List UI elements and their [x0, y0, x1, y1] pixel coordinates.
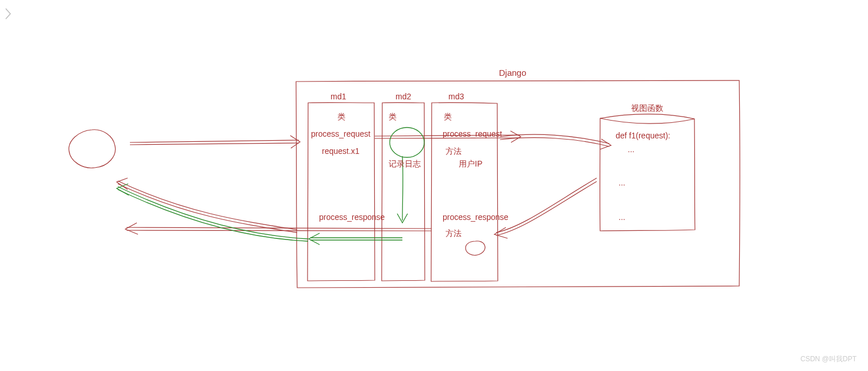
view-line2: ...: [628, 145, 635, 154]
md3-title: md3: [448, 92, 464, 101]
md3-method: 方法: [445, 146, 462, 157]
md1-request-attr: request.x1: [322, 146, 359, 156]
view-title: 视图函数: [631, 103, 663, 114]
md1-title: md1: [331, 92, 346, 101]
view-line3: ...: [619, 178, 625, 187]
view-line4: ...: [619, 212, 625, 222]
md2-title: md2: [395, 92, 411, 101]
md3-userip: 用户IP: [459, 159, 482, 169]
md1-process-response: process_response: [319, 212, 385, 222]
md2-log: 记录日志: [389, 159, 421, 169]
watermark: CSDN @叫我DPT: [800, 354, 857, 364]
md3-process-response: process_response: [443, 212, 508, 222]
md2-class: 类: [389, 112, 397, 122]
md3-class: 类: [444, 112, 452, 122]
md1-class: 类: [337, 112, 345, 122]
svg-point-0: [390, 127, 424, 157]
md1-process-request: process_request: [311, 129, 371, 138]
view-line1: def f1(request):: [616, 131, 670, 140]
md3-method2: 方法: [445, 229, 462, 239]
md3-process-request: process_request: [443, 129, 502, 138]
container-title: Django: [499, 68, 527, 78]
